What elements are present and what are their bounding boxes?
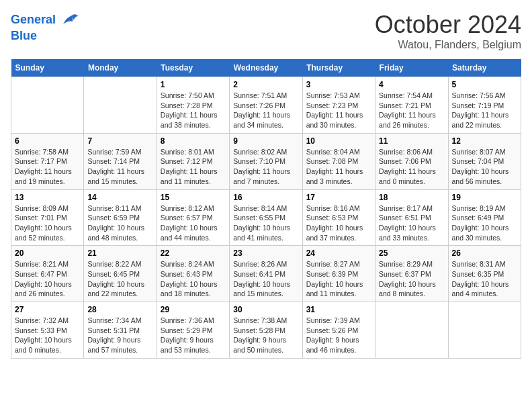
day-number: 27 bbox=[15, 305, 80, 314]
day-info: Sunrise: 7:59 AMSunset: 7:14 PMDaylight:… bbox=[87, 147, 152, 187]
calendar-cell: 14Sunrise: 8:11 AMSunset: 6:59 PMDayligh… bbox=[84, 189, 157, 246]
calendar-cell: 13Sunrise: 8:09 AMSunset: 7:01 PMDayligh… bbox=[11, 189, 84, 246]
day-number: 6 bbox=[15, 136, 80, 146]
calendar-cell: 3Sunrise: 7:53 AMSunset: 7:23 PMDaylight… bbox=[302, 77, 375, 134]
day-number: 20 bbox=[15, 248, 80, 258]
month-title: October 2024 bbox=[375, 11, 521, 39]
location-title: Watou, Flanders, Belgium bbox=[375, 39, 521, 51]
week-row-1: 1Sunrise: 7:50 AMSunset: 7:28 PMDaylight… bbox=[11, 77, 521, 134]
week-row-2: 6Sunrise: 7:58 AMSunset: 7:17 PMDaylight… bbox=[11, 133, 521, 189]
day-info: Sunrise: 7:56 AMSunset: 7:19 PMDaylight:… bbox=[452, 91, 517, 130]
day-number: 12 bbox=[452, 136, 517, 146]
day-info: Sunrise: 7:36 AMSunset: 5:29 PMDaylight:… bbox=[161, 316, 226, 355]
day-info: Sunrise: 8:27 AMSunset: 6:39 PMDaylight:… bbox=[306, 259, 371, 299]
weekday-header-row: SundayMondayTuesdayWednesdayThursdayFrid… bbox=[11, 59, 521, 77]
weekday-header-thursday: Thursday bbox=[302, 59, 375, 77]
calendar-cell: 7Sunrise: 7:59 AMSunset: 7:14 PMDaylight… bbox=[84, 133, 157, 189]
day-number: 9 bbox=[233, 136, 298, 146]
calendar-cell: 12Sunrise: 8:07 AMSunset: 7:04 PMDayligh… bbox=[448, 133, 521, 189]
weekday-header-tuesday: Tuesday bbox=[157, 59, 229, 77]
day-number: 14 bbox=[87, 193, 152, 202]
day-number: 17 bbox=[306, 193, 371, 202]
calendar-cell: 20Sunrise: 8:21 AMSunset: 6:47 PMDayligh… bbox=[11, 246, 84, 302]
calendar-cell: 19Sunrise: 8:19 AMSunset: 6:49 PMDayligh… bbox=[448, 189, 521, 246]
calendar-cell: 29Sunrise: 7:36 AMSunset: 5:29 PMDayligh… bbox=[157, 302, 229, 359]
calendar-cell: 15Sunrise: 8:12 AMSunset: 6:57 PMDayligh… bbox=[157, 189, 229, 246]
calendar-cell: 21Sunrise: 8:22 AMSunset: 6:45 PMDayligh… bbox=[84, 246, 157, 302]
day-number: 29 bbox=[161, 305, 226, 314]
calendar-cell: 26Sunrise: 8:31 AMSunset: 6:35 PMDayligh… bbox=[448, 246, 521, 302]
day-info: Sunrise: 8:19 AMSunset: 6:49 PMDaylight:… bbox=[452, 203, 517, 243]
day-number: 1 bbox=[161, 80, 226, 89]
day-info: Sunrise: 7:51 AMSunset: 7:26 PMDaylight:… bbox=[233, 91, 298, 130]
day-number: 10 bbox=[306, 136, 371, 146]
day-info: Sunrise: 8:26 AMSunset: 6:41 PMDaylight:… bbox=[233, 259, 298, 299]
calendar-cell bbox=[11, 77, 84, 134]
calendar-table: SundayMondayTuesdayWednesdayThursdayFrid… bbox=[11, 59, 521, 359]
day-info: Sunrise: 7:54 AMSunset: 7:21 PMDaylight:… bbox=[379, 91, 444, 130]
weekday-header-saturday: Saturday bbox=[448, 59, 521, 77]
calendar-cell: 10Sunrise: 8:04 AMSunset: 7:08 PMDayligh… bbox=[302, 133, 375, 189]
day-info: Sunrise: 7:50 AMSunset: 7:28 PMDaylight:… bbox=[161, 91, 226, 130]
calendar-cell: 24Sunrise: 8:27 AMSunset: 6:39 PMDayligh… bbox=[302, 246, 375, 302]
day-number: 13 bbox=[15, 193, 80, 202]
day-number: 24 bbox=[306, 248, 371, 258]
day-number: 28 bbox=[87, 305, 152, 314]
weekday-header-sunday: Sunday bbox=[11, 59, 84, 77]
calendar-cell bbox=[84, 77, 157, 134]
day-number: 3 bbox=[306, 80, 371, 89]
day-number: 30 bbox=[233, 305, 298, 314]
day-info: Sunrise: 8:07 AMSunset: 7:04 PMDaylight:… bbox=[452, 147, 517, 187]
logo-text-general: General bbox=[11, 11, 79, 30]
weekday-header-friday: Friday bbox=[375, 59, 448, 77]
day-number: 23 bbox=[233, 248, 298, 258]
day-number: 15 bbox=[161, 193, 226, 202]
day-info: Sunrise: 8:24 AMSunset: 6:43 PMDaylight:… bbox=[161, 259, 226, 299]
calendar-cell: 16Sunrise: 8:14 AMSunset: 6:55 PMDayligh… bbox=[230, 189, 302, 246]
calendar-cell bbox=[448, 302, 521, 359]
day-number: 19 bbox=[452, 193, 517, 202]
day-info: Sunrise: 7:32 AMSunset: 5:33 PMDaylight:… bbox=[15, 316, 80, 355]
day-number: 31 bbox=[306, 305, 371, 314]
day-info: Sunrise: 7:53 AMSunset: 7:23 PMDaylight:… bbox=[306, 91, 371, 130]
day-info: Sunrise: 8:21 AMSunset: 6:47 PMDaylight:… bbox=[15, 259, 80, 299]
calendar-cell: 18Sunrise: 8:17 AMSunset: 6:51 PMDayligh… bbox=[375, 189, 448, 246]
calendar-cell: 2Sunrise: 7:51 AMSunset: 7:26 PMDaylight… bbox=[230, 77, 302, 134]
day-number: 8 bbox=[161, 136, 226, 146]
day-info: Sunrise: 8:11 AMSunset: 6:59 PMDaylight:… bbox=[87, 203, 152, 243]
day-number: 4 bbox=[379, 80, 444, 89]
day-number: 22 bbox=[161, 248, 226, 258]
day-number: 5 bbox=[452, 80, 517, 89]
calendar-cell: 22Sunrise: 8:24 AMSunset: 6:43 PMDayligh… bbox=[157, 246, 229, 302]
day-info: Sunrise: 8:22 AMSunset: 6:45 PMDaylight:… bbox=[87, 259, 152, 299]
calendar-cell: 30Sunrise: 7:38 AMSunset: 5:28 PMDayligh… bbox=[230, 302, 302, 359]
logo-bird-icon bbox=[60, 11, 79, 30]
day-info: Sunrise: 8:17 AMSunset: 6:51 PMDaylight:… bbox=[379, 203, 444, 243]
day-info: Sunrise: 7:34 AMSunset: 5:31 PMDaylight:… bbox=[87, 316, 152, 355]
day-info: Sunrise: 7:58 AMSunset: 7:17 PMDaylight:… bbox=[15, 147, 80, 187]
day-number: 7 bbox=[87, 136, 152, 146]
calendar-cell: 11Sunrise: 8:06 AMSunset: 7:06 PMDayligh… bbox=[375, 133, 448, 189]
week-row-4: 20Sunrise: 8:21 AMSunset: 6:47 PMDayligh… bbox=[11, 246, 521, 302]
day-number: 16 bbox=[233, 193, 298, 202]
day-number: 25 bbox=[379, 248, 444, 258]
calendar-cell: 8Sunrise: 8:01 AMSunset: 7:12 PMDaylight… bbox=[157, 133, 229, 189]
calendar-cell: 6Sunrise: 7:58 AMSunset: 7:17 PMDaylight… bbox=[11, 133, 84, 189]
day-info: Sunrise: 8:16 AMSunset: 6:53 PMDaylight:… bbox=[306, 203, 371, 243]
calendar-cell: 28Sunrise: 7:34 AMSunset: 5:31 PMDayligh… bbox=[84, 302, 157, 359]
calendar-cell: 9Sunrise: 8:02 AMSunset: 7:10 PMDaylight… bbox=[230, 133, 302, 189]
header: General Blue October 2024 Watou, Flander… bbox=[11, 11, 521, 51]
week-row-3: 13Sunrise: 8:09 AMSunset: 7:01 PMDayligh… bbox=[11, 189, 521, 246]
day-info: Sunrise: 8:06 AMSunset: 7:06 PMDaylight:… bbox=[379, 147, 444, 187]
day-info: Sunrise: 8:12 AMSunset: 6:57 PMDaylight:… bbox=[161, 203, 226, 243]
calendar-cell: 25Sunrise: 8:29 AMSunset: 6:37 PMDayligh… bbox=[375, 246, 448, 302]
day-number: 18 bbox=[379, 193, 444, 202]
calendar-cell: 1Sunrise: 7:50 AMSunset: 7:28 PMDaylight… bbox=[157, 77, 229, 134]
week-row-5: 27Sunrise: 7:32 AMSunset: 5:33 PMDayligh… bbox=[11, 302, 521, 359]
day-number: 21 bbox=[87, 248, 152, 258]
day-number: 2 bbox=[233, 80, 298, 89]
calendar-cell: 23Sunrise: 8:26 AMSunset: 6:41 PMDayligh… bbox=[230, 246, 302, 302]
day-info: Sunrise: 8:29 AMSunset: 6:37 PMDaylight:… bbox=[379, 259, 444, 299]
calendar-cell: 4Sunrise: 7:54 AMSunset: 7:21 PMDaylight… bbox=[375, 77, 448, 134]
logo: General Blue bbox=[11, 11, 79, 43]
